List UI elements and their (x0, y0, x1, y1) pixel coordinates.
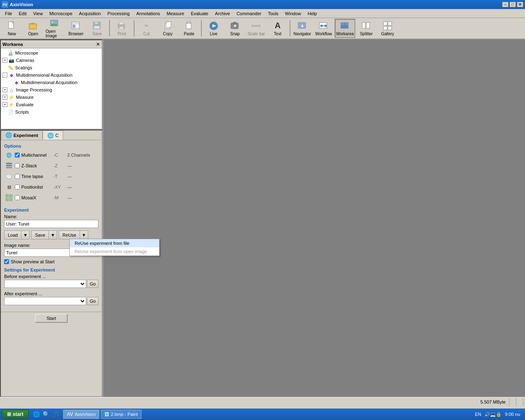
menu-tools[interactable]: Tools (265, 9, 282, 18)
tree-item-multidim-child[interactable]: ◆ Multidimensional Acquisition (2, 79, 101, 86)
save-group: Save ▼ (31, 231, 57, 240)
positionlist-checkbox[interactable] (15, 185, 20, 189)
tree-label-scalings: Scalings (15, 65, 32, 70)
svg-rect-24 (233, 22, 236, 23)
mosaix-checkbox[interactable] (15, 195, 20, 200)
save-exp-button[interactable]: Save (31, 231, 48, 240)
browser-button[interactable]: Browser (66, 19, 86, 38)
new-button[interactable]: New (2, 19, 22, 38)
close-button[interactable]: ✕ (517, 2, 523, 7)
left-panel: Workarea ✕ 🔬 Microscope + 📷 Cameras (0, 39, 103, 397)
main-layout: Workarea ✕ 🔬 Microscope + 📷 Cameras (0, 39, 525, 397)
minimize-button[interactable]: ─ (502, 2, 509, 7)
paste-button[interactable]: Paste (179, 19, 199, 38)
menu-view[interactable]: View (30, 9, 46, 18)
timelapse-checkbox[interactable] (15, 174, 20, 179)
evaluate-expand[interactable]: + (2, 102, 7, 107)
workflow-button[interactable]: Workflow (313, 19, 334, 38)
search-icon[interactable]: 🔍 (42, 410, 50, 418)
before-exp-label: Before experiment ... (4, 274, 98, 279)
svg-rect-40 (383, 22, 387, 25)
maximize-button[interactable]: □ (509, 2, 516, 7)
tree-item-scalings[interactable]: 📏 Scalings (2, 64, 101, 71)
text-button[interactable]: A Text (267, 19, 288, 38)
menu-processing[interactable]: Processing (104, 9, 133, 18)
reuse-dropdown-menu: ReUse experiment from file ReUse experim… (69, 239, 160, 256)
tree-item-image-processing[interactable]: + △ Image Processing (2, 86, 101, 94)
menu-commander[interactable]: Commander (233, 9, 265, 18)
save-dropdown-button[interactable]: ▼ (48, 231, 57, 240)
tree-item-evaluate[interactable]: + ⚡ Evaluate (2, 101, 101, 108)
svg-rect-11 (95, 22, 98, 24)
before-exp-select[interactable] (4, 280, 86, 288)
tree-item-microscope[interactable]: 🔬 Microscope (2, 49, 101, 57)
copy-button[interactable]: Copy (158, 19, 178, 38)
cameras-expand[interactable]: + (2, 58, 7, 63)
navigator-button[interactable]: Navigator (292, 19, 313, 38)
reuse-from-file-item[interactable]: ReUse experiment from file (70, 239, 159, 247)
taskbar-axiovision[interactable]: AV AxioVision (63, 410, 99, 419)
load-dropdown-button[interactable]: ▼ (21, 231, 30, 240)
axiovision-label: AxioVision (75, 412, 96, 417)
menu-evaluate[interactable]: Evaluate (187, 9, 212, 18)
menu-file[interactable]: File (2, 9, 16, 18)
start-menu-button[interactable]: ⊞ start (2, 410, 29, 419)
menu-archive[interactable]: Archive (212, 9, 233, 18)
mosaix-shortcut: -M (53, 195, 66, 200)
tree-item-measure[interactable]: + ⚡ Measure (2, 94, 101, 101)
menu-window[interactable]: Window (282, 9, 304, 18)
svg-rect-25 (252, 25, 260, 27)
exp-tab-label: Experiment (14, 133, 38, 138)
workarea-panel-title: Workarea (2, 42, 23, 47)
before-go-button[interactable]: Go (87, 280, 98, 288)
tree-item-cameras[interactable]: + 📷 Cameras (2, 57, 101, 64)
tree-label-microscope: Microscope (15, 50, 38, 55)
workarea-close-button[interactable]: ✕ (96, 41, 100, 47)
live-button[interactable]: Live (203, 19, 224, 38)
name-input[interactable] (4, 220, 98, 228)
print-label: Print (118, 32, 126, 36)
zstack-checkbox[interactable] (15, 163, 20, 168)
menu-edit[interactable]: Edit (16, 9, 30, 18)
tree-label-scripts: Scripts (15, 110, 29, 114)
svg-rect-14 (119, 22, 123, 25)
browser-label: Browser (68, 32, 84, 36)
show-preview-checkbox[interactable] (4, 259, 9, 264)
measure-expand[interactable]: + (2, 95, 7, 100)
status-memory: 5.507 MByte (477, 397, 509, 406)
after-exp-select[interactable] (4, 297, 86, 305)
multichannel-value: 2 Channels (67, 153, 90, 158)
main-content-area (103, 39, 525, 397)
multichannel-checkbox[interactable] (15, 153, 20, 158)
microscope-icon: 🔬 (7, 50, 14, 56)
taskbar-paint[interactable]: 🖼 2.bmp - Paint (101, 410, 141, 419)
after-go-button[interactable]: Go (87, 297, 98, 305)
media-icon[interactable]: 🎵 (52, 410, 60, 418)
ie-icon[interactable]: 🌐 (32, 410, 40, 418)
open-button[interactable]: Open (23, 19, 43, 38)
load-button[interactable]: Load (4, 231, 21, 240)
tree-item-scripts[interactable]: 📄 Scripts (2, 108, 101, 116)
name-label: Name: (4, 214, 98, 219)
menu-measure[interactable]: Measure (163, 9, 187, 18)
menu-microscope[interactable]: Microscope (46, 9, 75, 18)
workarea-button[interactable]: Workarea (335, 19, 355, 38)
reuse-dropdown-button[interactable]: ▼ (80, 231, 88, 240)
menu-acquisition[interactable]: Acquisition (76, 9, 104, 18)
svg-rect-43 (388, 26, 392, 30)
snap-button[interactable]: Snap (225, 19, 245, 38)
open-image-button[interactable]: Open Image (44, 19, 65, 38)
multidim-child-icon: ◆ (13, 79, 20, 86)
menu-annotations[interactable]: Annotations (133, 9, 163, 18)
reuse-button[interactable]: ReUse (59, 231, 80, 240)
tab-experiment[interactable]: 🌐 Experiment (1, 130, 43, 140)
splitter-button[interactable]: Splitter (356, 19, 377, 38)
tab-c[interactable]: 🌐 C (43, 130, 63, 140)
menu-help[interactable]: Help (304, 9, 320, 18)
tree-item-multidim[interactable]: - ◆ Multidimensional Acquisition (2, 71, 101, 79)
imgproc-expand[interactable]: + (2, 87, 7, 92)
gallery-button[interactable]: Gallery (377, 19, 398, 38)
tree-label-multidim-child: Multidimensional Acquisition (21, 80, 78, 85)
start-button[interactable]: Start (35, 314, 68, 323)
multidim-expand[interactable]: - (2, 73, 7, 78)
